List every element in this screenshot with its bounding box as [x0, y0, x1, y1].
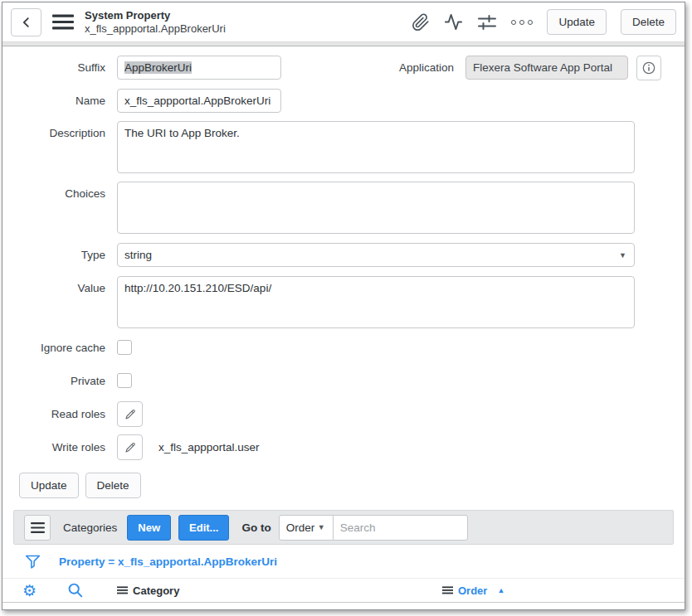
description-textarea[interactable]: The URI to App Broker. — [117, 121, 635, 173]
private-row: Private — [2, 373, 685, 388]
list-column-header-row: ⚙ Category Order ▲ — [2, 578, 685, 603]
more-options-icon[interactable] — [511, 20, 533, 25]
private-checkbox[interactable] — [117, 373, 132, 388]
write-roles-value: x_fls_appportal.user — [158, 441, 260, 454]
form-context-menu-icon[interactable] — [52, 14, 74, 30]
read-roles-edit-button[interactable] — [117, 401, 143, 427]
page-subtitle: x_fls_appportal.AppBrokerUri — [85, 22, 226, 36]
form-header: System Property x_fls_appportal.AppBroke… — [2, 2, 685, 41]
read-roles-label: Read roles — [2, 408, 105, 420]
choices-label: Choices — [2, 182, 105, 200]
ignore-cache-row: Ignore cache — [2, 340, 685, 355]
related-list-categories: Categories New Edit... Go to Order ▼ Pro… — [2, 510, 685, 603]
list-toolbar: Categories New Edit... Go to Order ▼ — [13, 510, 674, 545]
dropdown-caret-icon: ▼ — [318, 523, 325, 531]
list-context-menu-button[interactable] — [24, 515, 51, 541]
filter-breadcrumb-row: Property = x_fls_appportal.AppBrokerUri — [2, 545, 685, 578]
type-select[interactable]: string ▼ — [117, 243, 635, 267]
goto-label: Go to — [241, 521, 270, 534]
edit-button[interactable]: Edit... — [178, 515, 229, 541]
header-update-button[interactable]: Update — [547, 9, 607, 35]
write-roles-row: Write roles x_fls_appportal.user — [2, 434, 685, 460]
column-header-category[interactable]: Category — [117, 584, 179, 597]
goto-column-select[interactable]: Order ▼ — [279, 515, 334, 541]
description-label: Description — [2, 121, 105, 139]
value-textarea[interactable]: http://10.20.151.210/ESD/api/ — [117, 276, 635, 328]
choices-textarea[interactable] — [117, 182, 635, 234]
hamburger-icon — [31, 522, 45, 533]
form-delete-button[interactable]: Delete — [85, 473, 141, 498]
filter-funnel-icon[interactable] — [24, 552, 41, 570]
application-field: Flexera Software App Portal — [465, 56, 628, 80]
suffix-value-selected: AppBrokerUri — [124, 61, 192, 74]
type-selected-value: string — [124, 249, 152, 261]
header-actions: Update Delete — [412, 9, 676, 35]
ignore-cache-checkbox[interactable] — [117, 340, 132, 355]
attachment-paperclip-icon[interactable] — [412, 13, 430, 32]
header-delete-button[interactable]: Delete — [621, 9, 676, 35]
write-roles-label: Write roles — [2, 441, 105, 454]
screen: System Property x_fls_appportal.AppBroke… — [0, 0, 692, 616]
activity-stream-icon[interactable] — [444, 12, 463, 32]
application-value: Flexera Software App Portal — [473, 61, 612, 74]
form-buttons: Update Delete — [19, 473, 685, 498]
sort-ascending-icon: ▲ — [497, 586, 504, 594]
list-search-input[interactable] — [333, 515, 468, 541]
goto-selected-value: Order — [286, 521, 315, 534]
app-window: System Property x_fls_appportal.AppBroke… — [2, 2, 685, 610]
name-row: Name — [2, 89, 685, 113]
application-info-button[interactable] — [636, 56, 661, 80]
dropdown-caret-icon: ▼ — [619, 250, 626, 259]
system-property-form: Suffix AppBrokerUri Application Flexera … — [2, 46, 685, 498]
suffix-label: Suffix — [2, 61, 105, 74]
pencil-icon — [124, 408, 137, 421]
column-header-order[interactable]: Order ▲ — [442, 584, 685, 597]
info-icon — [641, 61, 656, 75]
column-menu-icon — [442, 586, 453, 594]
type-label: Type — [2, 249, 105, 261]
list-settings-gear-icon[interactable]: ⚙ — [22, 583, 37, 599]
application-label: Application — [399, 61, 454, 74]
description-row: Description The URI to App Broker. — [2, 121, 685, 173]
value-label: Value — [2, 276, 105, 294]
choices-row: Choices — [2, 182, 685, 234]
filter-breadcrumb-link[interactable]: Property = x_fls_appportal.AppBrokerUri — [59, 555, 277, 568]
name-label: Name — [2, 95, 105, 107]
personalize-form-sliders-icon[interactable] — [477, 13, 497, 32]
chevron-left-icon — [19, 15, 34, 30]
title-block: System Property x_fls_appportal.AppBroke… — [85, 9, 226, 35]
value-row: Value http://10.20.151.210/ESD/api/ — [2, 276, 685, 328]
pencil-icon — [124, 441, 137, 454]
hamburger-icon — [52, 14, 74, 30]
type-row: Type string ▼ — [2, 243, 685, 267]
suffix-input[interactable]: AppBrokerUri — [117, 56, 281, 80]
related-list-title: Categories — [63, 521, 117, 534]
column-menu-icon — [117, 586, 128, 594]
order-column-label: Order — [458, 584, 487, 597]
category-column-label: Category — [133, 584, 179, 597]
private-label: Private — [2, 375, 105, 387]
ignore-cache-label: Ignore cache — [2, 342, 105, 354]
page-title: System Property — [85, 9, 226, 22]
back-button[interactable] — [11, 8, 41, 36]
write-roles-edit-button[interactable] — [117, 434, 143, 460]
application-group: Application Flexera Software App Portal — [399, 56, 661, 80]
list-column-search-icon[interactable] — [67, 582, 84, 599]
name-input[interactable] — [117, 89, 281, 113]
read-roles-row: Read roles — [2, 401, 685, 427]
form-update-button[interactable]: Update — [19, 473, 79, 498]
new-button[interactable]: New — [127, 515, 171, 541]
